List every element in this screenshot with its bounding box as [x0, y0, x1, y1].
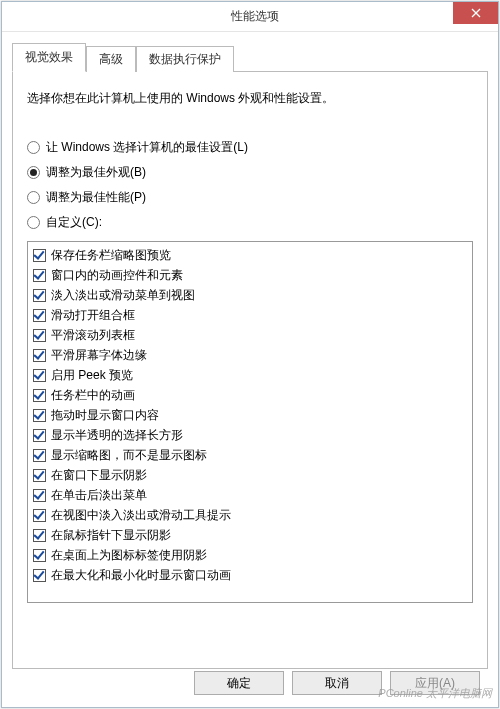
checkbox-label: 在鼠标指针下显示阴影 — [51, 527, 171, 543]
check-item-2[interactable]: 淡入淡出或滑动菜单到视图 — [31, 285, 469, 305]
checkbox-label: 在桌面上为图标标签使用阴影 — [51, 547, 207, 563]
tab-strip: 视觉效果高级数据执行保护 — [12, 43, 488, 72]
checkbox-icon — [33, 549, 46, 562]
radio-option-0[interactable]: 让 Windows 选择计算机的最佳设置(L) — [27, 135, 473, 160]
radio-icon — [27, 141, 40, 154]
check-item-14[interactable]: 在鼠标指针下显示阴影 — [31, 525, 469, 545]
titlebar: 性能选项 — [2, 2, 498, 32]
radio-icon — [27, 166, 40, 179]
checkbox-icon — [33, 429, 46, 442]
checkbox-icon — [33, 349, 46, 362]
check-item-12[interactable]: 在单击后淡出菜单 — [31, 485, 469, 505]
checkbox-label: 在最大化和最小化时显示窗口动画 — [51, 567, 231, 583]
settings-radio-group: 让 Windows 选择计算机的最佳设置(L)调整为最佳外观(B)调整为最佳性能… — [27, 135, 473, 235]
check-item-4[interactable]: 平滑滚动列表框 — [31, 325, 469, 345]
tab-0[interactable]: 视觉效果 — [12, 43, 86, 72]
checkbox-label: 任务栏中的动画 — [51, 387, 135, 403]
radio-option-2[interactable]: 调整为最佳性能(P) — [27, 185, 473, 210]
radio-label: 自定义(C): — [46, 214, 102, 231]
checkbox-icon — [33, 409, 46, 422]
checkbox-label: 启用 Peek 预览 — [51, 367, 133, 383]
check-item-16[interactable]: 在最大化和最小化时显示窗口动画 — [31, 565, 469, 585]
radio-label: 调整为最佳外观(B) — [46, 164, 146, 181]
checkbox-label: 拖动时显示窗口内容 — [51, 407, 159, 423]
checkbox-label: 平滑滚动列表框 — [51, 327, 135, 343]
close-icon — [471, 8, 481, 18]
effects-checkbox-list[interactable]: 保存任务栏缩略图预览窗口内的动画控件和元素淡入淡出或滑动菜单到视图滑动打开组合框… — [27, 241, 473, 603]
checkbox-icon — [33, 329, 46, 342]
check-item-5[interactable]: 平滑屏幕字体边缘 — [31, 345, 469, 365]
cancel-button[interactable]: 取消 — [292, 671, 382, 695]
checkbox-label: 显示缩略图，而不是显示图标 — [51, 447, 207, 463]
check-item-7[interactable]: 任务栏中的动画 — [31, 385, 469, 405]
check-item-6[interactable]: 启用 Peek 预览 — [31, 365, 469, 385]
checkbox-icon — [33, 249, 46, 262]
performance-options-window: 性能选项 视觉效果高级数据执行保护 选择你想在此计算机上使用的 Windows … — [1, 1, 499, 708]
check-item-13[interactable]: 在视图中淡入淡出或滑动工具提示 — [31, 505, 469, 525]
radio-option-3[interactable]: 自定义(C): — [27, 210, 473, 235]
tab-1[interactable]: 高级 — [86, 46, 136, 72]
checkbox-label: 窗口内的动画控件和元素 — [51, 267, 183, 283]
checkbox-label: 在单击后淡出菜单 — [51, 487, 147, 503]
checkbox-label: 滑动打开组合框 — [51, 307, 135, 323]
radio-label: 调整为最佳性能(P) — [46, 189, 146, 206]
checkbox-icon — [33, 509, 46, 522]
check-item-0[interactable]: 保存任务栏缩略图预览 — [31, 245, 469, 265]
radio-icon — [27, 191, 40, 204]
checkbox-icon — [33, 389, 46, 402]
visual-effects-panel: 选择你想在此计算机上使用的 Windows 外观和性能设置。 让 Windows… — [12, 71, 488, 669]
checkbox-icon — [33, 309, 46, 322]
dialog-buttons: 确定 取消 应用(A) — [194, 671, 480, 695]
tab-2[interactable]: 数据执行保护 — [136, 46, 234, 72]
checkbox-icon — [33, 369, 46, 382]
checkbox-icon — [33, 469, 46, 482]
checkbox-icon — [33, 489, 46, 502]
description-text: 选择你想在此计算机上使用的 Windows 外观和性能设置。 — [27, 90, 473, 107]
checkbox-label: 平滑屏幕字体边缘 — [51, 347, 147, 363]
check-item-10[interactable]: 显示缩略图，而不是显示图标 — [31, 445, 469, 465]
dialog-body: 视觉效果高级数据执行保护 选择你想在此计算机上使用的 Windows 外观和性能… — [2, 32, 498, 707]
checkbox-label: 在视图中淡入淡出或滑动工具提示 — [51, 507, 231, 523]
check-item-8[interactable]: 拖动时显示窗口内容 — [31, 405, 469, 425]
checkbox-icon — [33, 289, 46, 302]
checkbox-label: 显示半透明的选择长方形 — [51, 427, 183, 443]
window-title: 性能选项 — [57, 8, 453, 25]
apply-button[interactable]: 应用(A) — [390, 671, 480, 695]
radio-option-1[interactable]: 调整为最佳外观(B) — [27, 160, 473, 185]
checkbox-label: 在窗口下显示阴影 — [51, 467, 147, 483]
ok-button[interactable]: 确定 — [194, 671, 284, 695]
checkbox-icon — [33, 449, 46, 462]
radio-icon — [27, 216, 40, 229]
checkbox-label: 淡入淡出或滑动菜单到视图 — [51, 287, 195, 303]
checkbox-icon — [33, 529, 46, 542]
checkbox-label: 保存任务栏缩略图预览 — [51, 247, 171, 263]
check-item-11[interactable]: 在窗口下显示阴影 — [31, 465, 469, 485]
radio-label: 让 Windows 选择计算机的最佳设置(L) — [46, 139, 248, 156]
checkbox-icon — [33, 269, 46, 282]
close-button[interactable] — [453, 2, 498, 24]
check-item-9[interactable]: 显示半透明的选择长方形 — [31, 425, 469, 445]
check-item-15[interactable]: 在桌面上为图标标签使用阴影 — [31, 545, 469, 565]
check-item-3[interactable]: 滑动打开组合框 — [31, 305, 469, 325]
check-item-1[interactable]: 窗口内的动画控件和元素 — [31, 265, 469, 285]
checkbox-icon — [33, 569, 46, 582]
